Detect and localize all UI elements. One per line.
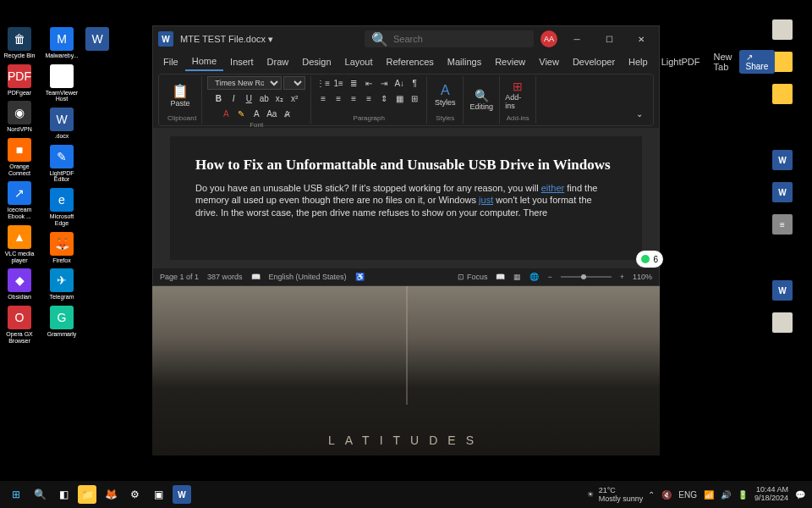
tray-wifi-icon[interactable]: 📶 xyxy=(704,490,714,500)
menu-mailings[interactable]: Mailings xyxy=(441,53,488,70)
maximize-button[interactable]: ☐ xyxy=(596,29,622,49)
desktop-right-note2[interactable] xyxy=(770,310,795,335)
status-language[interactable]: English (United States) xyxy=(269,273,347,281)
align-center-button[interactable]: ≡ xyxy=(332,91,345,105)
editing-button[interactable]: 🔍Editing xyxy=(469,84,494,116)
read-mode-button[interactable]: 📖 xyxy=(496,273,505,281)
tray-notifications-icon[interactable]: 💬 xyxy=(795,490,805,500)
taskbar-taskview-button[interactable]: ◧ xyxy=(54,485,73,504)
menu-help[interactable]: Help xyxy=(622,53,655,70)
line-spacing-button[interactable]: ⇕ xyxy=(377,91,391,105)
underline-button[interactable]: U xyxy=(242,91,255,105)
menu-home[interactable]: Home xyxy=(185,52,223,71)
notification-badge[interactable]: 6 xyxy=(636,251,663,268)
user-avatar[interactable]: AA xyxy=(540,30,557,47)
desktop-icon-orange[interactable]: ■Orange Connect xyxy=(0,136,39,178)
multilevel-button[interactable]: ≣ xyxy=(347,76,360,90)
minimize-button[interactable]: ─ xyxy=(564,29,590,49)
addins-button[interactable]: ⊞Add-ins xyxy=(505,79,530,111)
tray-clock[interactable]: 10:44 AM 9/18/2024 xyxy=(754,486,788,503)
font-name-select[interactable]: Times New Roman xyxy=(207,76,282,90)
font-color-button[interactable]: A xyxy=(219,107,233,120)
zoom-slider[interactable] xyxy=(561,276,612,278)
search-input[interactable] xyxy=(393,34,527,44)
search-box[interactable]: 🔍 xyxy=(365,30,534,47)
zoom-out-button[interactable]: − xyxy=(547,273,551,281)
menu-lightpdf[interactable]: LightPDF xyxy=(655,53,707,70)
desktop-icon-teamviewer[interactable]: ↔TeamViewer Host xyxy=(42,63,81,104)
subscript-button[interactable]: x₂ xyxy=(272,91,286,105)
print-layout-button[interactable]: ▦ xyxy=(513,273,521,281)
tray-battery-icon[interactable]: 🔋 xyxy=(738,490,748,500)
spellcheck-icon[interactable]: 📖 xyxy=(251,273,261,281)
superscript-button[interactable]: x² xyxy=(288,91,301,105)
taskbar-search-button[interactable]: 🔍 xyxy=(30,485,49,504)
menu-new-tab[interactable]: New Tab xyxy=(707,48,739,75)
web-layout-button[interactable]: 🌐 xyxy=(529,273,539,281)
start-button[interactable]: ⊞ xyxy=(7,485,25,504)
taskbar-explorer-button[interactable]: 📁 xyxy=(78,485,96,504)
italic-button[interactable]: I xyxy=(227,91,240,105)
zoom-level[interactable]: 110% xyxy=(633,273,652,281)
tray-mute-icon[interactable]: 🔇 xyxy=(661,490,672,500)
shading-button[interactable]: ▦ xyxy=(392,91,406,105)
desktop-icon-edge[interactable]: eMicrosoft Edge xyxy=(42,186,81,228)
desktop-icon-firefox[interactable]: 🦊Firefox xyxy=(42,230,81,266)
collapse-ribbon-button[interactable]: ⌄ xyxy=(633,107,646,120)
indent-dec-button[interactable]: ⇤ xyxy=(362,76,376,90)
desktop-right-folder2[interactable] xyxy=(770,81,795,107)
document-area[interactable]: How to Fix an Unformattable and Unusable… xyxy=(153,128,659,268)
desktop-icon-malwarebytes[interactable]: MMalwareby... xyxy=(42,25,81,61)
menu-review[interactable]: Review xyxy=(488,53,532,70)
menu-design[interactable]: Design xyxy=(295,53,337,70)
taskbar-app-button[interactable]: ▣ xyxy=(149,485,167,504)
desktop-icon-opera[interactable]: OOpera GX Browser xyxy=(0,304,39,345)
indent-inc-button[interactable]: ⇥ xyxy=(377,76,391,90)
borders-button[interactable]: ⊞ xyxy=(408,91,421,105)
taskbar-firefox-button[interactable]: 🦊 xyxy=(102,485,120,504)
desktop-right-word1[interactable]: W xyxy=(770,147,795,173)
bold-button[interactable]: B xyxy=(211,91,225,105)
desktop-icon-vlc[interactable]: ▲VLC media player xyxy=(0,224,39,265)
focus-button[interactable]: ⊡ Focus xyxy=(458,273,487,281)
document-title[interactable]: MTE TEST File.docx ▾ xyxy=(180,34,273,45)
close-button[interactable]: ✕ xyxy=(628,29,654,49)
desktop-icon-recycle-bin[interactable]: 🗑Recycle Bin xyxy=(0,25,39,61)
desktop-icon-icecream[interactable]: ↗Icecream Ebook ... xyxy=(0,179,39,221)
desktop-right-word3[interactable]: W xyxy=(770,278,795,303)
tray-volume-icon[interactable]: 🔊 xyxy=(721,490,731,500)
align-right-button[interactable]: ≡ xyxy=(347,91,360,105)
align-left-button[interactable]: ≡ xyxy=(316,91,330,105)
sort-button[interactable]: A↓ xyxy=(392,76,406,90)
justify-button[interactable]: ≡ xyxy=(362,91,376,105)
bullets-button[interactable]: ⋮≡ xyxy=(316,76,330,90)
desktop-icon-lightpdf[interactable]: ✎LightPDF Editor xyxy=(42,143,81,185)
clear-format-button[interactable]: A̷ xyxy=(280,107,294,120)
zoom-in-button[interactable]: + xyxy=(620,273,624,281)
link-just[interactable]: just xyxy=(479,195,493,205)
page[interactable]: How to Fix an Unformattable and Unusable… xyxy=(170,136,642,260)
desktop-icon-word-doc[interactable]: W xyxy=(85,25,110,54)
strike-button[interactable]: ab xyxy=(257,91,271,105)
font-size-select[interactable]: 18 xyxy=(283,76,305,90)
case-button[interactable]: Aa xyxy=(265,107,278,120)
numbering-button[interactable]: 1≡ xyxy=(332,76,345,90)
desktop-icon-grammarly[interactable]: GGrammarly xyxy=(42,304,81,340)
tray-lang[interactable]: ENG xyxy=(678,490,697,500)
desktop-icon-pdfgear[interactable]: PDFPDFgear xyxy=(0,63,39,98)
menu-developer[interactable]: Developer xyxy=(566,53,622,70)
desktop-icon-obsidian[interactable]: ◆Obsidian xyxy=(0,267,39,302)
menu-layout[interactable]: Layout xyxy=(338,53,380,70)
desktop-icon-docx[interactable]: W.docx xyxy=(42,106,81,141)
menu-file[interactable]: File xyxy=(156,53,185,70)
desktop-right-list[interactable]: ≡ xyxy=(770,212,795,237)
status-words[interactable]: 387 words xyxy=(207,273,243,281)
desktop-right-word2[interactable]: W xyxy=(770,179,795,205)
highlight-button[interactable]: ✎ xyxy=(234,107,248,120)
desktop-right-note1[interactable] xyxy=(770,17,795,42)
status-page[interactable]: Page 1 of 1 xyxy=(160,273,199,281)
text-effects-button[interactable]: A xyxy=(250,107,263,120)
menu-references[interactable]: References xyxy=(380,53,441,70)
taskbar-weather[interactable]: ☀ 21°C Mostly sunny xyxy=(587,486,644,503)
tray-chevron-icon[interactable]: ⌃ xyxy=(648,490,655,500)
